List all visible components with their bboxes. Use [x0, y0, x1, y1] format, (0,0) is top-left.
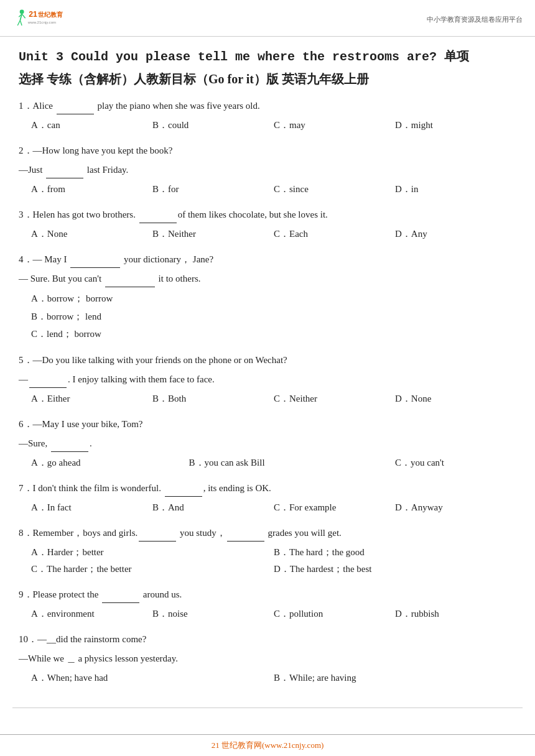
svg-line-2: [17, 21, 20, 25]
q1-opt-c: C．may: [274, 117, 395, 134]
header: 21 世纪教育 www.21cnjy.com 中小学教育资源及组卷应用平台: [0, 0, 535, 37]
q6-opt-b: B．you can ask Bill: [189, 454, 396, 471]
q1-opt-b: B．could: [152, 117, 274, 134]
footer-text: 21 世纪教育网(www.21cnjy.com): [212, 740, 324, 750]
q9-text: 9．Please protect the around us.: [19, 586, 516, 603]
svg-line-3: [20, 21, 22, 25]
svg-text:21: 21: [29, 10, 37, 19]
svg-text:世纪教育: 世纪教育: [38, 11, 63, 18]
q5-line2: —. I enjoy talking with them face to fac…: [19, 371, 516, 388]
q5-opt-b: B．Both: [152, 390, 274, 407]
sub-title: 选择 专练（含解析）人教新目标（Go for it）版 英语九年级上册: [19, 69, 516, 89]
q3-opt-b: B．Neither: [152, 226, 274, 242]
q10-row1: A．When; have had B．While; are having: [31, 670, 516, 686]
q2-options: A．from B．for C．since D．in: [31, 181, 516, 198]
question-3: 3．Helen has got two brothers. of them li…: [19, 206, 516, 242]
q8-opt-a: A．Harder；better: [31, 544, 274, 561]
q2-line2: —Just last Friday.: [19, 162, 516, 178]
q5-opt-c: C．Neither: [274, 390, 395, 407]
q4-opt-b: B．borrow； lend: [31, 308, 516, 326]
q7-opt-c: C．For example: [274, 499, 395, 516]
logo-icon: 21 世纪教育 www.21cnjy.com: [12, 6, 81, 32]
q9-opt-c: C．pollution: [274, 606, 395, 622]
question-6: 6．—May I use your bike, Tom? —Sure, . A．…: [19, 416, 516, 471]
q3-opt-d: D．Any: [395, 226, 516, 242]
q1-text: 1．Alice play the piano when she was five…: [19, 98, 516, 114]
q6-options: A．go ahead B．you can ask Bill C．you can'…: [31, 454, 516, 471]
question-7: 7．I don't think the film is wonderful. ,…: [19, 480, 516, 516]
q9-opt-d: D．rubbish: [395, 606, 516, 622]
question-8: 8．Remember，boys and girls. you study， gr…: [19, 525, 516, 578]
q10-options: A．When; have had B．While; are having: [31, 670, 516, 686]
q1-opt-a: A．can: [31, 117, 152, 134]
q2-opt-a: A．from: [31, 181, 152, 198]
q10-line2: —While we ＿ a physics lesson yesterday.: [19, 650, 516, 667]
q4-opt-c: C．lend； borrow: [31, 325, 516, 343]
q6-opt-a: A．go ahead: [31, 454, 189, 471]
q5-options: A．Either B．Both C．Neither D．None: [31, 390, 516, 407]
svg-line-4: [22, 14, 26, 18]
q9-opt-b: B．noise: [152, 606, 274, 622]
q4-line1: 4．— May I your dictionary， Jane?: [19, 251, 516, 268]
q4-opt-a: A．borrow； borrow: [31, 290, 516, 308]
q4-line2: — Sure. But you can't it to others.: [19, 270, 516, 287]
q7-opt-d: D．Anyway: [395, 499, 516, 516]
footer: 21 世纪教育网(www.21cnjy.com): [0, 734, 535, 756]
q2-opt-c: C．since: [274, 181, 395, 198]
title-area: Unit 3 Could you please tell me where th…: [0, 37, 535, 95]
q9-opt-a: A．environment: [31, 606, 152, 622]
content-area: 1．Alice play the piano when she was five…: [0, 95, 535, 708]
q3-options: A．None B．Neither C．Each D．Any: [31, 226, 516, 242]
q8-opt-b: B．The hard；the good: [274, 544, 516, 561]
question-9: 9．Please protect the around us. A．enviro…: [19, 586, 516, 622]
q10-opt-b: B．While; are having: [274, 670, 516, 686]
q2-opt-d: D．in: [395, 181, 516, 198]
svg-point-0: [20, 10, 24, 14]
q1-options: A．can B．could C．may D．might: [31, 117, 516, 134]
q7-options: A．In fact B．And C．For example D．Anyway: [31, 499, 516, 516]
q7-text: 7．I don't think the film is wonderful. ,…: [19, 480, 516, 497]
logo-area: 21 世纪教育 www.21cnjy.com: [12, 6, 81, 32]
main-title: Unit 3 Could you please tell me where th…: [19, 48, 516, 67]
svg-text:www.21cnjy.com: www.21cnjy.com: [27, 20, 57, 24]
question-5: 5．—Do you like talking with your friends…: [19, 352, 516, 407]
q3-text: 3．Helen has got two brothers. of them li…: [19, 206, 516, 223]
q8-row1: A．Harder；better B．The hard；the good: [31, 544, 516, 561]
q8-options: A．Harder；better B．The hard；the good C．Th…: [31, 544, 516, 578]
q8-opt-c: C．The harder；the better: [31, 561, 274, 578]
q1-opt-d: D．might: [395, 117, 516, 134]
q2-line1: 2．—How long have you kept the book?: [19, 142, 516, 159]
question-4: 4．— May I your dictionary， Jane? — Sure.…: [19, 251, 516, 343]
question-10: 10．—__did the rainstorm come? —While we …: [19, 631, 516, 686]
question-1: 1．Alice play the piano when she was five…: [19, 98, 516, 134]
q7-opt-a: A．In fact: [31, 499, 152, 516]
q5-opt-d: D．None: [395, 390, 516, 407]
q6-line1: 6．—May I use your bike, Tom?: [19, 416, 516, 433]
q8-text: 8．Remember，boys and girls. you study， gr…: [19, 525, 516, 542]
q8-opt-d: D．The hardest；the best: [274, 561, 516, 578]
q7-opt-b: B．And: [152, 499, 274, 516]
q10-opt-a: A．When; have had: [31, 670, 274, 686]
q4-options: A．borrow； borrow B．borrow； lend C．lend； …: [31, 290, 516, 343]
q8-row2: C．The harder；the better D．The hardest；th…: [31, 561, 516, 578]
q5-opt-a: A．Either: [31, 390, 152, 407]
q2-opt-b: B．for: [152, 181, 274, 198]
platform-text: 中小学教育资源及组卷应用平台: [427, 15, 523, 24]
q3-opt-a: A．None: [31, 226, 152, 242]
q10-line1: 10．—__did the rainstorm come?: [19, 631, 516, 648]
question-2: 2．—How long have you kept the book? —Jus…: [19, 142, 516, 198]
q3-opt-c: C．Each: [274, 226, 395, 242]
q9-options: A．environment B．noise C．pollution D．rubb…: [31, 606, 516, 622]
q6-opt-c: C．you can't: [395, 454, 516, 471]
q5-line1: 5．—Do you like talking with your friends…: [19, 352, 516, 369]
q6-line2: —Sure, .: [19, 435, 516, 452]
